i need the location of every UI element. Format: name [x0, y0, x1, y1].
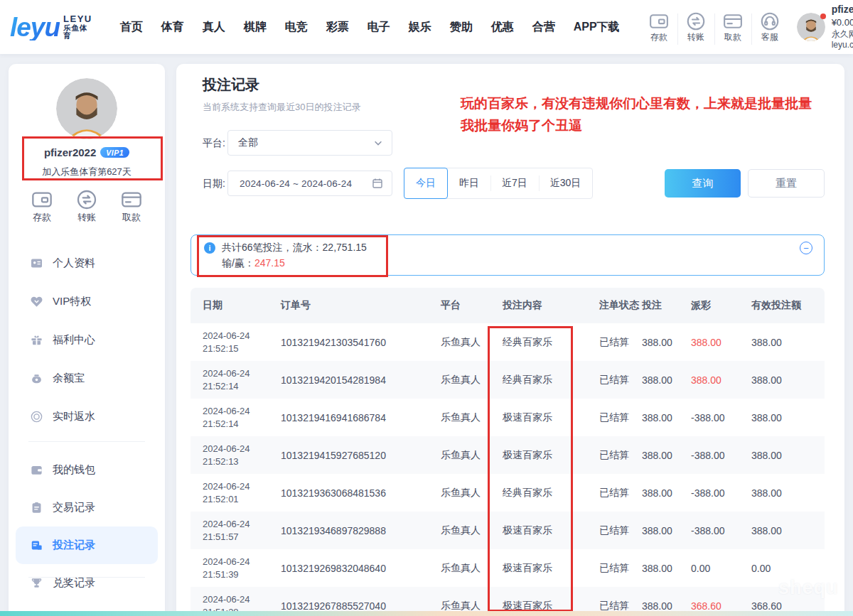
cell-status: 已结算	[599, 411, 642, 424]
sidebar-item-兑奖记录[interactable]: 兑奖记录	[16, 564, 158, 602]
sidebar-item-个人资料[interactable]: 个人资料	[16, 244, 158, 282]
cell-status: 已结算	[599, 449, 642, 462]
table-row[interactable]: 2024-06-2421:51:571013219346897829888乐鱼真…	[191, 512, 825, 549]
cell-bet-content: 极速百家乐	[503, 411, 599, 424]
nav-item-APP下载[interactable]: APP下载	[564, 20, 629, 35]
nav-item-赞助[interactable]: 赞助	[441, 20, 482, 35]
nav-action-取款[interactable]: 取款	[714, 11, 751, 43]
footer-gradient-strip	[0, 611, 853, 616]
table-row[interactable]: 2024-06-2421:52:141013219420154281984乐鱼真…	[191, 361, 825, 399]
sidebar-item-福利中心[interactable]: 福利中心	[16, 320, 158, 359]
table-header-row: 日期订单号平台投注内容注单状态投注派彩有效投注额	[191, 288, 825, 323]
cell-bet-amount: 388.00	[642, 374, 691, 386]
table-row[interactable]: 2024-06-2421:52:151013219421303541760乐鱼真…	[191, 323, 825, 361]
calendar-icon	[372, 178, 383, 189]
cell-platform: 乐鱼真人	[441, 562, 503, 575]
column-header-投注内容: 投注内容	[503, 299, 599, 312]
cell-valid-amount: 0.00	[751, 563, 825, 574]
nav-item-合营[interactable]: 合营	[523, 20, 564, 35]
search-button[interactable]: 查询	[665, 169, 741, 198]
nav-action-label: 取款	[724, 31, 741, 43]
cell-date-time: 21:51:57	[203, 531, 281, 544]
date-range-input[interactable]: 2024-06-24 ~ 2024-06-24	[227, 171, 392, 196]
column-header-注单状态: 注单状态	[599, 299, 642, 312]
cell-date-time: 21:52:01	[203, 493, 281, 506]
sidebar-item-label: 福利中心	[53, 333, 95, 347]
nav-user[interactable]: pfizer2022 VIP1 ¥0.00 v 永久网址: leyu.com	[797, 4, 853, 50]
cell-valid-amount: 388.00	[751, 487, 825, 499]
user-info: pfizer2022 VIP1 ¥0.00 v 永久网址: leyu.com	[832, 4, 853, 50]
profile-avatar[interactable]	[56, 78, 117, 139]
cell-payout: 368.60	[691, 600, 751, 612]
table-row[interactable]: 2024-06-2421:52:141013219416941686784乐鱼真…	[191, 399, 825, 436]
cell-date: 2024-06-2421:52:15	[203, 330, 281, 355]
sidebar-item-label: 个人资料	[53, 256, 95, 270]
column-header-日期: 日期	[203, 299, 281, 312]
nav-action-客服[interactable]: 客服	[751, 11, 788, 43]
cell-date-day: 2024-06-24	[203, 367, 281, 380]
nav-item-电竞[interactable]: 电竞	[276, 20, 317, 35]
wallet-action-存款[interactable]: 存款	[31, 188, 53, 224]
page-subtitle: 当前系统支持查询最近30日的投注记录	[203, 101, 360, 114]
nav-action-转账[interactable]: 转账	[677, 11, 714, 43]
reset-button[interactable]: 重置	[748, 169, 825, 198]
quick-range-近30日[interactable]: 近30日	[539, 168, 593, 198]
gift-icon	[30, 333, 43, 347]
sidebar-item-交易记录[interactable]: 交易记录	[16, 489, 158, 526]
nav-item-首页[interactable]: 首页	[111, 20, 152, 35]
cell-bet-content: 极速百家乐	[503, 562, 599, 575]
cell-date-day: 2024-06-24	[203, 593, 281, 606]
avatar[interactable]	[797, 13, 825, 41]
nav-item-彩票[interactable]: 彩票	[317, 20, 358, 35]
withdraw-icon	[120, 188, 143, 208]
table-row[interactable]: 2024-06-2421:51:391013219269832048640乐鱼真…	[191, 549, 825, 587]
cell-date-time: 21:51:39	[203, 568, 281, 581]
nav-item-电子[interactable]: 电子	[358, 20, 399, 35]
cell-date-time: 21:52:13	[203, 455, 281, 468]
cell-payout: 388.00	[691, 337, 751, 348]
divider	[28, 577, 145, 578]
red-annotation-text: 玩的百家乐，有没有违规你们心里有数，上来就是批量批量 我批量你妈了个丑逼	[461, 92, 848, 136]
cell-date-day: 2024-06-24	[203, 518, 281, 531]
username: pfizer2022	[832, 4, 853, 16]
wallet-action-取款[interactable]: 取款	[120, 188, 143, 224]
collapse-icon[interactable]: −	[800, 242, 812, 254]
table-row[interactable]: 2024-06-2421:52:011013219363068481536乐鱼真…	[191, 474, 825, 512]
wallet-action-label: 取款	[122, 211, 141, 224]
cell-platform: 乐鱼真人	[441, 487, 503, 499]
cell-platform: 乐鱼真人	[441, 449, 503, 462]
sidebar-item-投注记录[interactable]: 投注记录	[16, 526, 158, 564]
column-header-派彩: 派彩	[691, 299, 751, 312]
cell-date-time: 21:52:15	[203, 342, 281, 355]
main-content: 投注记录 当前系统支持查询最近30日的投注记录 玩的百家乐，有没有违规你们心里有…	[176, 64, 844, 616]
sidebar: pfizer2022 VIP1 加入乐鱼体育第627天 存款转账取款 个人资料V…	[9, 64, 165, 616]
nav-item-棋牌[interactable]: 棋牌	[235, 20, 276, 35]
cell-bet-amount: 388.00	[642, 525, 691, 536]
quick-range-今日[interactable]: 今日	[404, 168, 448, 199]
sidebar-item-实时返水[interactable]: 实时返水	[16, 397, 158, 436]
loss-win-value: 247.15	[254, 257, 285, 269]
sidebar-item-VIP特权[interactable]: VIP特权	[16, 282, 158, 320]
quick-range-昨日[interactable]: 昨日	[448, 168, 490, 198]
nav-item-娱乐[interactable]: 娱乐	[399, 20, 441, 35]
cell-bet-content: 极速百家乐	[503, 449, 599, 462]
nav-item-体育[interactable]: 体育	[152, 20, 193, 35]
logo[interactable]: leyu LEYU 乐鱼体育	[10, 14, 92, 40]
transfer-icon	[685, 11, 707, 29]
wallet-action-转账[interactable]: 转账	[75, 188, 98, 224]
platform-label: 平台:	[203, 137, 225, 150]
nav-action-存款[interactable]: 存款	[640, 11, 677, 43]
cell-bet-content: 极速百家乐	[503, 600, 599, 612]
nav-item-真人[interactable]: 真人	[193, 20, 235, 35]
column-header-平台: 平台	[441, 299, 503, 312]
platform-select[interactable]: 全部	[227, 130, 392, 156]
quick-range-近7日[interactable]: 近7日	[490, 168, 539, 198]
sidebar-item-余额宝[interactable]: 余额宝	[16, 359, 158, 397]
nav-item-优惠[interactable]: 优惠	[482, 20, 523, 35]
sidebar-item-我的钱包[interactable]: 我的钱包	[16, 451, 158, 489]
table-row[interactable]: 2024-06-2421:52:131013219415927685120乐鱼真…	[191, 436, 825, 474]
cell-platform: 乐鱼真人	[441, 336, 503, 349]
sidebar-item-label: VIP特权	[53, 295, 91, 308]
cell-platform: 乐鱼真人	[441, 524, 503, 537]
cell-date-day: 2024-06-24	[203, 556, 281, 568]
